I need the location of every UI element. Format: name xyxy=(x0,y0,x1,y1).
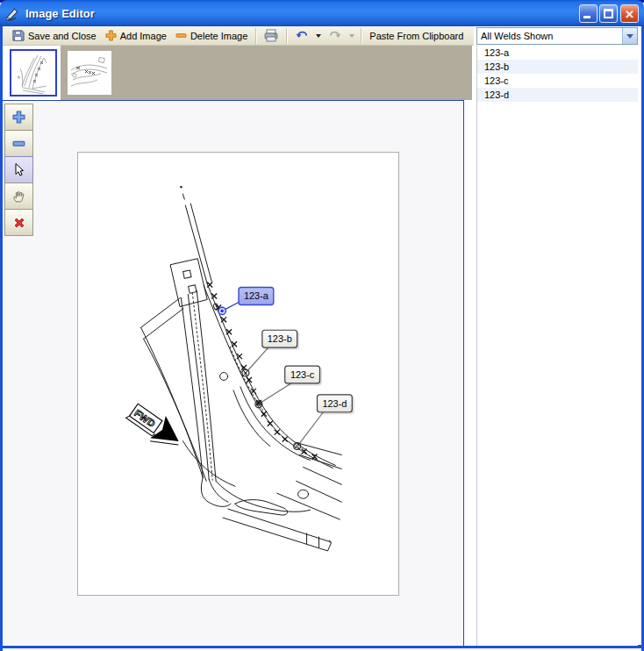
thumbnail-strip: a xyxy=(3,46,472,100)
title-bar[interactable]: Image Editor ✕ xyxy=(0,0,644,26)
weld-filter-value: All Welds Shown xyxy=(477,31,622,41)
minus-icon xyxy=(11,136,26,151)
orange-minus-icon xyxy=(175,30,187,41)
undo-arrow-icon xyxy=(295,30,309,41)
add-image-label: Add Image xyxy=(120,31,167,41)
weld-list-item[interactable]: 123-c xyxy=(477,74,638,88)
weld-callout-123-a-selected[interactable]: 123-a xyxy=(218,288,274,315)
orange-plus-icon xyxy=(105,30,117,41)
cursor-arrow-icon xyxy=(12,162,26,177)
select-tool[interactable] xyxy=(4,156,33,183)
paste-from-clipboard-label: Paste From Clipboard xyxy=(369,31,463,41)
print-button[interactable] xyxy=(260,27,283,44)
svg-text:a: a xyxy=(16,74,21,80)
technical-drawing: FWD 123-b xyxy=(78,153,398,595)
thumbnail-1-selected[interactable]: a xyxy=(10,49,57,97)
delete-image-button[interactable]: Delete Image xyxy=(171,28,252,43)
toolbar-separator xyxy=(255,28,256,44)
maximize-icon xyxy=(604,9,613,18)
save-and-close-label: Save and Close xyxy=(28,31,97,41)
callout-label: 123-b xyxy=(268,333,292,344)
weld-callout-123-c[interactable]: 123-c xyxy=(255,366,322,408)
weld-list-panel: 123-a 123-b 123-c 123-d xyxy=(476,46,638,646)
main-toolbar: Save and Close Add Image Delete Image xyxy=(3,26,474,46)
fwd-direction-arrow: FWD xyxy=(123,397,188,455)
toolbar-separator xyxy=(361,28,361,44)
zoom-out-tool[interactable] xyxy=(4,130,33,157)
printer-icon xyxy=(264,29,278,42)
drawing-page[interactable]: FWD 123-b xyxy=(77,152,399,596)
pan-tool[interactable] xyxy=(4,182,33,210)
redo-dropdown-caret xyxy=(349,34,354,38)
panel-gap xyxy=(464,100,476,646)
undo-button[interactable] xyxy=(290,28,313,43)
weld-list-item[interactable]: 123-b xyxy=(477,60,638,74)
minimize-icon xyxy=(583,16,590,18)
image-editor-window: Image Editor ✕ Save and Close Add Image … xyxy=(0,0,644,651)
hand-icon xyxy=(11,189,26,204)
thumbnail-2-preview xyxy=(68,51,111,95)
callout-label: 123-d xyxy=(322,398,347,409)
minimize-button[interactable] xyxy=(579,4,597,23)
add-image-button[interactable]: Add Image xyxy=(101,28,171,43)
canvas-panel: FWD 123-b xyxy=(3,100,464,646)
redo-arrow-icon xyxy=(328,30,342,41)
callout-label: 123-a xyxy=(244,290,269,301)
thumbnail-1-preview: a xyxy=(11,51,55,95)
redo-button[interactable] xyxy=(324,28,347,43)
close-icon: ✕ xyxy=(621,6,638,23)
maximize-button[interactable] xyxy=(599,4,618,23)
app-pencil-icon xyxy=(5,6,20,21)
save-and-close-button[interactable]: Save and Close xyxy=(7,27,101,44)
delete-image-label: Delete Image xyxy=(190,31,247,41)
delete-tool[interactable] xyxy=(4,209,33,236)
callout-label: 123-c xyxy=(290,369,315,380)
window-title: Image Editor xyxy=(25,7,577,20)
paste-from-clipboard-button[interactable]: Paste From Clipboard xyxy=(365,29,468,43)
undo-dropdown-caret[interactable] xyxy=(316,34,321,38)
weld-filter-combobox[interactable]: All Welds Shown xyxy=(476,27,638,45)
zoom-in-tool[interactable] xyxy=(4,104,33,131)
weld-list-item[interactable]: 123-d xyxy=(477,88,638,102)
red-x-icon xyxy=(12,216,26,230)
weld-callout-123-d[interactable]: 123-d xyxy=(294,395,354,450)
close-button[interactable]: ✕ xyxy=(620,4,639,23)
floppy-disk-icon xyxy=(11,29,25,42)
toolbar-separator xyxy=(286,28,287,44)
plus-icon xyxy=(11,110,26,125)
combobox-dropdown-button[interactable] xyxy=(622,28,637,44)
chevron-down-icon xyxy=(626,34,633,39)
tool-column xyxy=(4,104,33,236)
weld-list-item[interactable]: 123-a xyxy=(477,46,638,60)
thumbnail-2[interactable] xyxy=(68,51,111,95)
